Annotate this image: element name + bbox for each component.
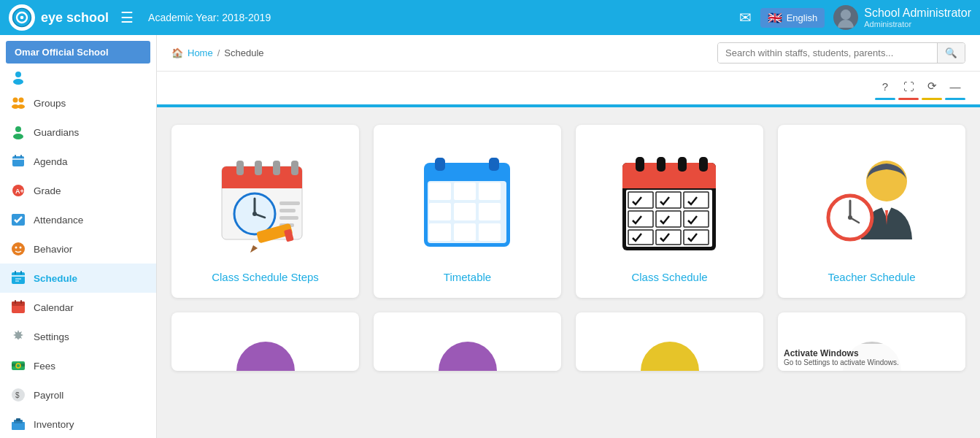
agenda-icon xyxy=(10,153,26,169)
svg-rect-91 xyxy=(656,230,681,245)
refresh-icon[interactable]: ⟳ xyxy=(922,76,942,96)
grade-icon: A+ xyxy=(10,182,26,199)
search-box: 🔍 xyxy=(717,42,965,64)
settings-icon xyxy=(10,328,26,345)
card-label-schedule-steps: Class Schedule Steps xyxy=(212,271,319,283)
sidebar-item-groups[interactable]: Groups xyxy=(0,88,156,118)
svg-rect-84 xyxy=(628,192,653,208)
user-name: School Administrator xyxy=(864,7,971,20)
svg-point-3 xyxy=(838,20,854,28)
logo-circle xyxy=(9,4,35,31)
language-selector[interactable]: 🇬🇧 English xyxy=(760,8,825,28)
card-class-schedule[interactable]: Class Schedule xyxy=(576,125,763,298)
svg-point-20 xyxy=(12,242,25,256)
underline-blue2 xyxy=(945,98,965,100)
breadcrumb-home[interactable]: Home xyxy=(188,47,213,58)
svg-rect-78 xyxy=(622,177,716,188)
sidebar-item-fees[interactable]: Fees xyxy=(0,351,156,380)
underline-red xyxy=(898,98,919,100)
sidebar-item-settings[interactable]: Settings xyxy=(0,322,156,351)
svg-rect-31 xyxy=(15,300,16,304)
svg-rect-72 xyxy=(479,203,501,220)
svg-rect-79 xyxy=(636,157,644,172)
academic-year: Academic Year: 2018-2019 xyxy=(148,12,271,23)
svg-rect-16 xyxy=(20,155,22,158)
user-info: School Administrator Administrator xyxy=(864,7,971,28)
svg-rect-86 xyxy=(684,192,709,208)
card-grid: Class Schedule Steps xyxy=(157,110,980,312)
sidebar-item-agenda[interactable]: Agenda xyxy=(0,147,156,176)
svg-rect-26 xyxy=(20,271,22,274)
svg-rect-80 xyxy=(657,157,665,172)
svg-rect-55 xyxy=(279,201,300,205)
sidebar-item-attendance[interactable]: Attendance xyxy=(0,205,156,234)
mail-icon[interactable]: ✉ xyxy=(739,9,752,26)
sidebar-label-groups: Groups xyxy=(34,98,66,109)
sidebar-item-students[interactable] xyxy=(0,66,156,88)
menu-icon[interactable]: ☰ xyxy=(120,9,134,26)
card-partial-3[interactable] xyxy=(576,312,763,371)
svg-point-21 xyxy=(15,247,18,249)
card-partial-2[interactable] xyxy=(374,312,561,371)
fees-icon xyxy=(10,358,26,374)
svg-rect-49 xyxy=(273,161,280,175)
app-logo[interactable]: eye school xyxy=(9,4,109,31)
win-activate-subtitle: Go to Settings to activate Windows. xyxy=(784,358,960,366)
svg-rect-82 xyxy=(699,157,708,172)
expand-icon[interactable]: ⛶ xyxy=(898,76,919,96)
svg-point-10 xyxy=(18,104,25,109)
svg-point-6 xyxy=(13,79,23,85)
svg-rect-30 xyxy=(12,301,25,306)
svg-point-36 xyxy=(16,364,20,368)
card-partial-1[interactable] xyxy=(171,312,359,371)
svg-rect-88 xyxy=(656,211,681,227)
svg-rect-25 xyxy=(15,271,16,274)
underline-blue xyxy=(875,98,895,100)
help-icon[interactable]: ? xyxy=(875,76,895,96)
school-name: Omar Official School xyxy=(6,41,150,64)
card-partial-4[interactable]: Activate Windows Go to Settings to activ… xyxy=(778,312,965,371)
home-icon: 🏠 xyxy=(171,47,183,58)
navbar: eye school ☰ Academic Year: 2018-2019 ✉ … xyxy=(0,0,980,35)
breadcrumb-bar: 🏠 Home / Schedule 🔍 xyxy=(157,35,980,72)
card-class-schedule-steps[interactable]: Class Schedule Steps xyxy=(171,125,359,298)
svg-rect-75 xyxy=(479,223,501,241)
svg-rect-90 xyxy=(628,230,653,245)
svg-rect-81 xyxy=(678,157,687,172)
behavior-icon xyxy=(10,241,26,257)
svg-point-8 xyxy=(19,98,24,103)
user-menu[interactable]: School Administrator Administrator xyxy=(833,5,971,30)
class-schedule-icon xyxy=(615,142,725,259)
search-button[interactable]: 🔍 xyxy=(937,43,965,63)
breadcrumb: 🏠 Home / Schedule xyxy=(171,47,264,58)
svg-rect-50 xyxy=(291,161,298,175)
svg-rect-73 xyxy=(429,223,451,241)
sidebar-item-calendar[interactable]: Calendar xyxy=(0,293,156,322)
svg-rect-41 xyxy=(16,418,20,421)
card-label-timetable: Timetable xyxy=(444,271,491,283)
card-timetable[interactable]: Timetable xyxy=(374,125,561,298)
sidebar-item-behavior[interactable]: Behavior xyxy=(0,234,156,264)
payroll-icon: $ xyxy=(10,387,26,403)
svg-rect-32 xyxy=(20,300,22,304)
attendance-icon xyxy=(10,212,26,228)
minimize-icon[interactable]: — xyxy=(945,76,965,96)
search-input[interactable] xyxy=(718,43,937,63)
win-activate-title: Activate Windows xyxy=(784,348,960,358)
sidebar-item-guardians[interactable]: Guardians xyxy=(0,118,156,147)
sidebar-label-settings: Settings xyxy=(34,331,69,342)
sidebar-item-grade[interactable]: A+ Grade xyxy=(0,176,156,205)
main-content: 🏠 Home / Schedule 🔍 ? ⛶ ⟳ — xyxy=(157,35,980,438)
breadcrumb-current: Schedule xyxy=(224,47,263,58)
svg-rect-71 xyxy=(454,203,476,220)
sidebar-item-schedule[interactable]: Schedule xyxy=(0,264,156,293)
svg-point-11 xyxy=(15,126,21,132)
schedule-icon xyxy=(10,270,26,286)
inventory-icon xyxy=(10,416,26,432)
sidebar-item-inventory[interactable]: Inventory xyxy=(0,410,156,438)
calendar-icon xyxy=(10,299,26,315)
progress-bar xyxy=(157,104,980,107)
card-teacher-schedule[interactable]: Teacher Schedule xyxy=(778,125,965,298)
svg-point-22 xyxy=(20,247,22,249)
sidebar-item-payroll[interactable]: $ Payroll xyxy=(0,380,156,410)
